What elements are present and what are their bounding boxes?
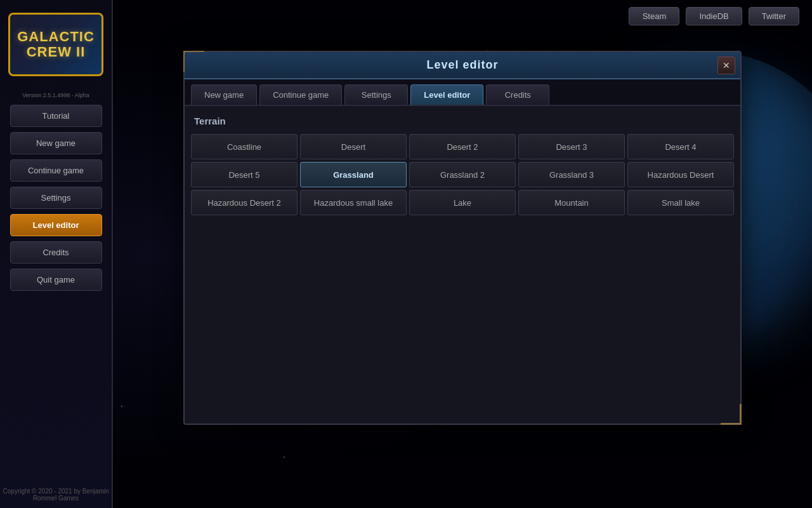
terrain-item-desert-3[interactable]: Desert 3 [518,134,625,159]
terrain-section-label: Terrain [194,116,734,126]
top-bar: SteamIndieDBTwitter [113,0,812,32]
logo-area: GALACTICCREW II [5,6,107,83]
sidebar-nav: TutorialNew gameContinue gameSettingsLev… [10,105,102,291]
tab-level-editor[interactable]: Level editor [410,84,483,105]
sidebar-item-new-game[interactable]: New game [10,132,102,154]
logo-title: GALACTICCREW II [17,29,95,60]
copyright: Copyright © 2020 - 2021 by Benjamin Romm… [0,488,112,502]
terrain-item-grassland-2[interactable]: Grassland 2 [409,162,516,187]
level-editor-modal: Level editor ✕ New gameContinue gameSett… [183,51,742,425]
terrain-item-hazardous-desert-2[interactable]: Hazardous Desert 2 [191,190,298,215]
tab-continue-game[interactable]: Continue game [259,84,342,105]
tab-credits[interactable]: Credits [486,84,549,105]
tab-new-game[interactable]: New game [191,84,257,105]
terrain-item-desert-5[interactable]: Desert 5 [191,162,298,187]
terrain-item-mountain[interactable]: Mountain [518,190,625,215]
modal-body: Terrain CoastlineDesertDesert 2Desert 3D… [185,106,740,424]
terrain-item-grassland-3[interactable]: Grassland 3 [518,162,625,187]
terrain-item-hazardous-small-lake[interactable]: Hazardous small lake [300,190,407,215]
logo-box: GALACTICCREW II [8,13,103,76]
sidebar: GALACTICCREW II Version 2.5.1.4998 - Alp… [0,0,113,508]
sidebar-item-tutorial[interactable]: Tutorial [10,105,102,127]
terrain-item-grassland[interactable]: Grassland [300,162,407,187]
sidebar-item-quit-game[interactable]: Quit game [10,269,102,291]
terrain-item-coastline[interactable]: Coastline [191,134,298,159]
sidebar-item-settings[interactable]: Settings [10,187,102,209]
main-content: Level editor ✕ New gameContinue gameSett… [113,32,812,508]
tab-settings[interactable]: Settings [344,84,408,105]
terrain-item-desert-2[interactable]: Desert 2 [409,134,516,159]
terrain-item-lake[interactable]: Lake [409,190,516,215]
terrain-grid: CoastlineDesertDesert 2Desert 3Desert 4D… [191,134,734,215]
terrain-item-desert[interactable]: Desert [300,134,407,159]
version-text: Version 2.5.1.4998 - Alpha [19,92,93,98]
terrain-item-desert-4[interactable]: Desert 4 [627,134,734,159]
tab-bar: New gameContinue gameSettingsLevel edito… [185,79,740,106]
top-btn-indiedb[interactable]: IndieDB [686,7,742,25]
top-btn-steam[interactable]: Steam [629,7,679,25]
terrain-item-small-lake[interactable]: Small lake [627,190,734,215]
terrain-item-hazardous-desert[interactable]: Hazardous Desert [627,162,734,187]
sidebar-item-level-editor[interactable]: Level editor [10,214,102,236]
modal-close-button[interactable]: ✕ [717,57,735,74]
modal-title: Level editor [426,58,498,72]
modal-header: Level editor ✕ [185,52,740,79]
sidebar-item-continue-game[interactable]: Continue game [10,159,102,182]
sidebar-item-credits[interactable]: Credits [10,241,102,264]
top-btn-twitter[interactable]: Twitter [749,7,799,25]
